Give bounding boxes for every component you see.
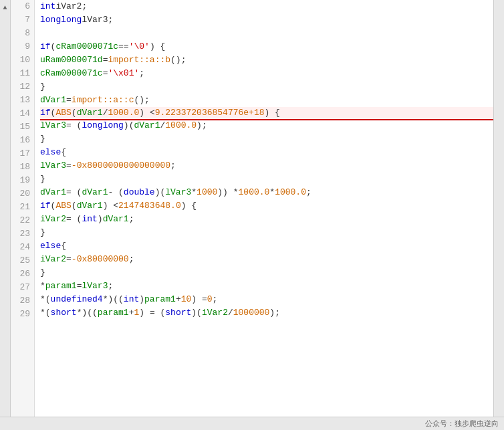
code-line bbox=[40, 27, 493, 40]
code-line: else { bbox=[40, 239, 493, 253]
scroll-up-arrow[interactable]: ▲ bbox=[1, 3, 10, 12]
token-plain: ( bbox=[51, 106, 56, 120]
line-number: 19 bbox=[11, 174, 34, 187]
line-number: 28 bbox=[11, 294, 34, 308]
token-num: 1 bbox=[134, 306, 139, 320]
token-var: lVar3 bbox=[40, 119, 66, 132]
token-plain: } bbox=[40, 173, 45, 186]
code-line: dVar1 = (dVar1 - (double)(lVar3 * 1000))… bbox=[40, 186, 493, 199]
token-var: lVar3 bbox=[82, 280, 108, 293]
token-var: dVar1 bbox=[40, 186, 66, 199]
token-plain: *( bbox=[40, 306, 51, 320]
line-number: 6 bbox=[11, 0, 34, 13]
code-line: int iVar2; bbox=[40, 0, 493, 13]
token-plain: )( bbox=[191, 306, 202, 320]
token-plain: } bbox=[40, 266, 45, 280]
token-plain: ; bbox=[306, 186, 311, 199]
token-plain: *)(( bbox=[77, 306, 98, 320]
line-number: 29 bbox=[11, 308, 34, 321]
line-number: 12 bbox=[11, 80, 34, 94]
token-var: dVar1 bbox=[77, 106, 103, 120]
watermark: 公众号：独步爬虫逆向 bbox=[425, 419, 499, 429]
token-num: 9.223372036854776e+18 bbox=[155, 106, 265, 120]
token-kw: else bbox=[40, 239, 61, 253]
line-number: 27 bbox=[11, 281, 34, 294]
token-kw: longlong bbox=[40, 13, 82, 27]
token-plain: } bbox=[40, 80, 45, 94]
token-plain: { bbox=[61, 146, 66, 159]
token-plain: ) bbox=[98, 213, 103, 226]
token-var: lVar3 bbox=[40, 159, 66, 173]
token-plain: ; bbox=[129, 253, 134, 266]
token-plain: ( bbox=[51, 40, 56, 53]
line-number: 15 bbox=[11, 120, 34, 134]
line-number: 7 bbox=[11, 13, 34, 27]
token-hex: -0x80000000 bbox=[72, 253, 129, 266]
token-kw: int bbox=[82, 213, 97, 226]
token-var: iVar2 bbox=[40, 213, 66, 226]
token-plain: ( bbox=[72, 106, 77, 120]
line-number: 22 bbox=[11, 214, 34, 227]
token-var: dVar1 bbox=[134, 119, 160, 132]
code-line: uRam0000071d = import::a::b(); bbox=[40, 53, 493, 67]
line-number: 9 bbox=[11, 40, 34, 53]
token-plain: (); bbox=[170, 53, 186, 67]
token-var: param1 bbox=[98, 306, 129, 320]
token-plain: ; bbox=[129, 213, 134, 226]
code-line: if (ABS(dVar1 / 1000.0) < 9.223372036854… bbox=[40, 107, 493, 120]
token-kw: double bbox=[124, 186, 155, 199]
token-kw: longlong bbox=[82, 119, 123, 132]
code-line: dVar1 = import::a::c(); bbox=[40, 94, 493, 107]
token-plain: = ( bbox=[66, 213, 82, 226]
token-var: uRam0000071d bbox=[40, 53, 103, 67]
line-numbers: 6789101112131415161718192021222324252627… bbox=[11, 0, 35, 430]
code-line: } bbox=[40, 80, 493, 94]
token-str: '\x01' bbox=[108, 67, 139, 80]
token-num: 0 bbox=[207, 293, 213, 306]
token-kw: if bbox=[40, 40, 51, 53]
token-plain: / bbox=[228, 306, 233, 320]
bottom-bar: 公众号：独步爬虫逆向 bbox=[0, 417, 504, 430]
token-plain: * bbox=[40, 280, 45, 293]
code-line: } bbox=[40, 226, 493, 239]
token-plain: / bbox=[160, 119, 165, 132]
code-line: lVar3 = (longlong)(dVar1 / 1000.0); bbox=[40, 119, 493, 132]
token-plain: ; bbox=[213, 293, 218, 306]
line-number: 21 bbox=[11, 201, 34, 214]
token-hex: -0x8000000000000000 bbox=[72, 159, 170, 173]
token-fn: import::a::c bbox=[72, 94, 134, 107]
token-num: 10 bbox=[181, 293, 192, 306]
token-plain: * bbox=[269, 186, 275, 199]
token-plain: = bbox=[77, 280, 82, 293]
token-plain: + bbox=[129, 306, 134, 320]
token-var: iVar2 bbox=[202, 306, 228, 320]
code-line: lVar3 = -0x8000000000000000; bbox=[40, 159, 493, 173]
token-num: 1000.0 bbox=[275, 186, 306, 199]
line-number: 11 bbox=[11, 67, 34, 80]
token-plain: + bbox=[176, 293, 181, 306]
token-plain: ); bbox=[269, 306, 280, 320]
token-fn: import::a::b bbox=[108, 53, 170, 67]
token-kw: if bbox=[40, 106, 51, 120]
token-num: 2147483648.0 bbox=[118, 199, 181, 213]
token-plain: == bbox=[118, 40, 129, 53]
left-gutter: ▲ ▼ bbox=[0, 0, 11, 430]
token-plain: ); bbox=[197, 119, 207, 132]
token-plain: ) { bbox=[265, 106, 280, 120]
token-plain: )( bbox=[155, 186, 166, 199]
token-plain: = bbox=[103, 53, 108, 67]
token-plain: } bbox=[40, 226, 45, 239]
token-plain: = ( bbox=[66, 119, 82, 132]
code-content[interactable]: int iVar2;longlong lVar3; if (cRam000007… bbox=[35, 0, 493, 430]
token-var: dVar1 bbox=[82, 186, 108, 199]
line-number: 18 bbox=[11, 160, 34, 174]
token-kw: else bbox=[40, 146, 61, 159]
token-plain: iVar2; bbox=[55, 0, 87, 13]
token-plain: = bbox=[66, 159, 72, 173]
token-kw: int bbox=[40, 0, 55, 13]
code-line: if (ABS(dVar1) < 2147483648.0) { bbox=[40, 199, 493, 213]
token-plain: { bbox=[61, 239, 66, 253]
code-line: iVar2 = -0x80000000; bbox=[40, 253, 493, 266]
token-plain: ) { bbox=[150, 40, 165, 53]
token-num: 1000000 bbox=[233, 306, 270, 320]
